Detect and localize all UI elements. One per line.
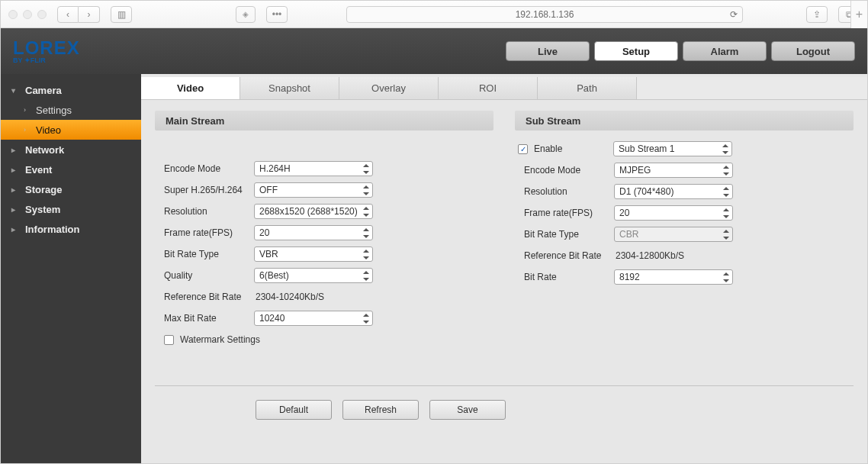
caret-icon [723, 185, 729, 199]
encode-mode-label: Encode Mode [158, 163, 254, 174]
chevron-right-icon: ▸ [11, 225, 21, 234]
sidebar-group-camera[interactable]: ▾Camera [1, 80, 141, 100]
max-bitrate-select[interactable]: 10240 [254, 311, 373, 326]
nav-setup[interactable]: Setup [594, 41, 678, 61]
bitrate-type-select[interactable]: VBR [254, 246, 373, 262]
max-bitrate-label: Max Bit Rate [158, 313, 254, 324]
caret-icon [722, 143, 728, 156]
brand-subtitle: BY ✦FLIR [13, 57, 80, 64]
tab-video[interactable]: Video [141, 77, 240, 99]
sidebar: ▾Camera ›Settings ›Video ▸Network ▸Event… [1, 74, 141, 463]
main-stream-title: Main Stream [155, 111, 493, 130]
sidebar-toggle-button[interactable]: ▥ [111, 6, 132, 23]
caret-icon [363, 205, 369, 219]
app-header: LOREX BY ✦FLIR Live Setup Alarm Logout [1, 28, 867, 74]
quality-select[interactable]: 6(Best) [254, 268, 373, 283]
sidebar-group-storage[interactable]: ▸Storage [1, 179, 141, 199]
main-stream-panel: Main Stream Encode Mode H.264H Super H.2… [155, 111, 493, 358]
sub-stream-select[interactable]: Sub Stream 1 [613, 141, 732, 156]
action-buttons: Default Refresh Save [141, 395, 867, 420]
caret-icon [723, 164, 729, 178]
tab-overlay[interactable]: Overlay [339, 77, 439, 99]
shield-icon[interactable]: ◈ [236, 6, 256, 23]
caret-icon [363, 163, 369, 176]
caret-icon [363, 312, 369, 326]
save-button[interactable]: Save [429, 400, 506, 420]
bitrate-type-label: Bit Rate Type [158, 249, 254, 259]
close-icon[interactable] [8, 10, 18, 19]
sidebar-item-settings[interactable]: ›Settings [1, 100, 141, 120]
sub-bitrate-type-label: Bit Rate Type [518, 229, 614, 240]
sub-ref-label: Reference Bit Rate [518, 250, 614, 261]
history-nav: ‹ › [57, 6, 100, 23]
caret-icon [363, 227, 369, 240]
sidebar-group-information[interactable]: ▸Information [1, 219, 141, 239]
sub-resolution-select[interactable]: D1 (704*480) [614, 184, 733, 199]
super-select[interactable]: OFF [254, 182, 373, 198]
watermark-checkbox[interactable] [164, 335, 174, 345]
reload-icon[interactable]: ⟳ [730, 9, 738, 20]
sub-resolution-label: Resolution [518, 186, 614, 197]
sub-enable-checkbox[interactable]: ✓ [518, 144, 528, 154]
brand-name: LOREX [13, 37, 80, 58]
watermark-label: Watermark Settings [180, 334, 260, 345]
share-button[interactable]: ⇪ [806, 6, 828, 23]
caret-icon [363, 248, 369, 262]
url-text: 192.168.1.136 [516, 9, 574, 20]
minimize-icon[interactable] [23, 10, 32, 19]
sidebar-item-video[interactable]: ›Video [1, 120, 141, 140]
caret-icon [723, 228, 729, 242]
sub-ref-value: 2304-12800Kb/S [614, 250, 684, 261]
chevron-right-icon: ▸ [11, 185, 21, 194]
chevron-right-icon: › [24, 126, 33, 134]
forward-button[interactable]: › [79, 6, 100, 23]
sub-encode-label: Encode Mode [518, 165, 614, 176]
nav-live[interactable]: Live [506, 41, 590, 61]
window-controls [8, 10, 47, 19]
caret-icon [363, 184, 369, 198]
resolution-select[interactable]: 2688x1520 (2688*1520) [254, 204, 373, 219]
fps-select[interactable]: 20 [254, 225, 373, 240]
tab-snapshot[interactable]: Snapshot [240, 77, 339, 99]
sidebar-group-network[interactable]: ▸Network [1, 140, 141, 160]
chevron-right-icon: ▸ [11, 205, 21, 214]
main-panel: Video Snapshot Overlay ROI Path Main Str… [141, 74, 867, 463]
tab-path[interactable]: Path [538, 77, 637, 99]
new-tab-button[interactable]: + [850, 1, 867, 28]
maximize-icon[interactable] [37, 10, 47, 19]
sub-encode-select[interactable]: MJPEG [614, 163, 733, 178]
sidebar-group-event[interactable]: ▸Event [1, 160, 141, 179]
caret-icon [723, 207, 729, 221]
refresh-button[interactable]: Refresh [342, 400, 419, 420]
default-button[interactable]: Default [256, 400, 332, 420]
brand-logo: LOREX BY ✦FLIR [13, 39, 80, 64]
ref-bitrate-label: Reference Bit Rate [158, 292, 254, 302]
sub-stream-title: Sub Stream [515, 111, 854, 130]
super-label: Super H.265/H.264 [158, 185, 254, 195]
tab-bar: Video Snapshot Overlay ROI Path [141, 77, 867, 100]
chevron-right-icon: ▸ [11, 146, 21, 154]
url-field[interactable]: 192.168.1.136 ⟳ [346, 6, 743, 23]
resolution-label: Resolution [158, 206, 254, 217]
chevron-right-icon: › [24, 106, 33, 114]
chevron-down-icon: ▾ [11, 86, 21, 95]
ref-bitrate-value: 2304-10240Kb/S [254, 292, 324, 302]
reader-button[interactable]: ••• [266, 6, 288, 23]
tab-roi[interactable]: ROI [439, 77, 538, 99]
nav-logout[interactable]: Logout [771, 41, 855, 61]
chevron-right-icon: ▸ [11, 166, 21, 174]
caret-icon [723, 271, 729, 285]
back-button[interactable]: ‹ [57, 6, 79, 23]
fps-label: Frame rate(FPS) [158, 227, 254, 238]
sub-bitrate-label: Bit Rate [518, 272, 614, 282]
quality-label: Quality [158, 270, 254, 281]
encode-mode-select[interactable]: H.264H [254, 161, 373, 176]
sub-fps-select[interactable]: 20 [614, 205, 733, 221]
nav-alarm[interactable]: Alarm [683, 41, 767, 61]
sub-bitrate-type-select: CBR [614, 227, 733, 242]
sub-bitrate-select[interactable]: 8192 [614, 269, 733, 285]
sidebar-group-system[interactable]: ▸System [1, 199, 141, 219]
sub-fps-label: Frame rate(FPS) [518, 208, 614, 218]
browser-toolbar: ‹ › ▥ ◈ ••• 192.168.1.136 ⟳ ⇪ ⧉ + [1, 1, 867, 28]
divider [155, 385, 854, 386]
